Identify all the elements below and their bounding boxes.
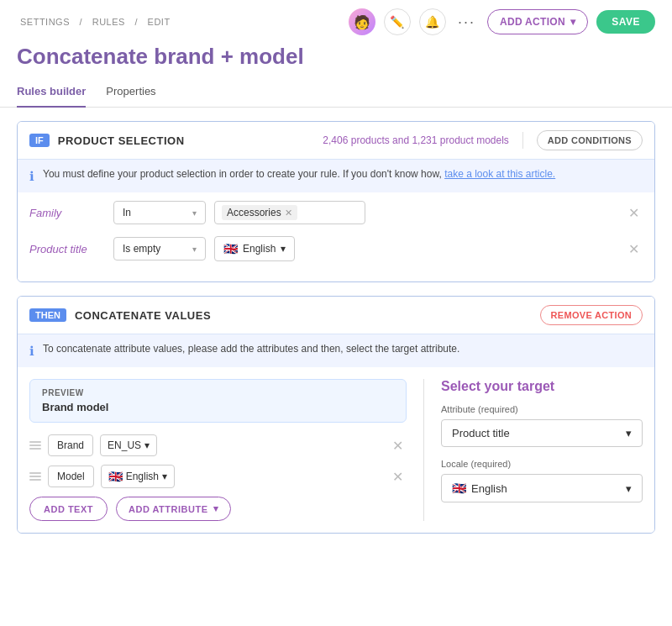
chevron-down-icon: ▾	[626, 427, 632, 439]
brand-locale-select[interactable]: EN_US ▾	[100, 434, 157, 456]
if-section-title: PRODUCT SELECTION	[58, 134, 185, 147]
gb-flag-icon: 🇬🇧	[108, 470, 123, 483]
condition-label-family: Family	[29, 207, 105, 219]
info-link[interactable]: take a look at this article.	[444, 168, 555, 180]
add-attribute-button[interactable]: ADD ATTRIBUTE ▾	[116, 497, 231, 521]
remove-model-attr-icon[interactable]: ✕	[389, 469, 407, 485]
more-menu-button[interactable]: ···	[454, 13, 479, 31]
edit-icon-btn[interactable]: ✏️	[384, 8, 411, 35]
page-title: Concatenate brand + model	[0, 35, 672, 70]
remove-family-condition-icon[interactable]: ✕	[625, 205, 643, 221]
preview-box: PREVIEW Brand model	[29, 379, 407, 423]
condition-row-product-title: Product title Is empty ▾ 🇬🇧 English ▾ ✕	[29, 236, 643, 261]
product-title-locale-select[interactable]: 🇬🇧 English ▾	[214, 236, 295, 261]
gb-flag-icon: 🇬🇧	[223, 242, 238, 255]
attr-row-model: Model 🇬🇧 English ▾ ✕	[29, 465, 407, 488]
bell-icon-btn[interactable]: 🔔	[419, 8, 446, 35]
accessories-tag: Accessories ✕	[222, 205, 297, 220]
model-attr-pill: Model	[48, 466, 94, 487]
top-actions: 🧑 ✏️ 🔔 ··· ADD ACTION ▾ SAVE	[349, 8, 655, 35]
gb-flag-icon: 🇬🇧	[452, 481, 466, 495]
if-badge: IF	[29, 134, 50, 147]
chevron-down-icon: ▾	[213, 503, 219, 514]
remove-product-title-condition-icon[interactable]: ✕	[625, 241, 643, 257]
divider	[522, 132, 523, 149]
target-attribute-select[interactable]: Product title ▾	[441, 419, 643, 447]
conditions-area: Family In ▾ Accessories ✕ ✕ Product titl…	[18, 192, 654, 281]
chevron-down-icon: ▾	[570, 16, 575, 28]
avatar: 🧑	[349, 8, 375, 35]
attr-row-brand: Brand EN_US ▾ ✕	[29, 434, 407, 456]
remove-brand-attr-icon[interactable]: ✕	[389, 438, 407, 454]
chevron-down-icon: ▾	[162, 471, 167, 482]
chevron-down-icon: ▾	[626, 482, 632, 495]
attribute-required-label: Attribute (required)	[441, 404, 643, 414]
then-info-banner: ℹ To concatenate attribute values, pleas…	[18, 334, 654, 367]
then-block: THEN CONCATENATE VALUES REMOVE ACTION ℹ …	[17, 296, 655, 534]
condition-row-family: Family In ▾ Accessories ✕ ✕	[29, 201, 643, 224]
add-text-button[interactable]: ADD TEXT	[29, 497, 108, 521]
drag-handle-brand[interactable]	[29, 441, 41, 450]
product-count: 2,406 products and 1,231 product models	[323, 134, 508, 146]
chevron-down-icon: ▾	[144, 439, 150, 451]
target-locale-select[interactable]: 🇬🇧 English ▾	[441, 474, 643, 502]
drag-handle-model[interactable]	[29, 472, 41, 481]
brand-attr-pill: Brand	[48, 434, 93, 456]
family-tag-input: Accessories ✕	[214, 201, 365, 224]
chevron-down-icon: ▾	[192, 208, 197, 218]
breadcrumb: SETTINGS / RULES / EDIT	[17, 17, 174, 27]
chevron-down-icon: ▾	[281, 243, 286, 255]
chevron-down-icon: ▾	[192, 245, 197, 254]
then-section-title: CONCATENATE VALUES	[75, 309, 211, 322]
remove-action-button[interactable]: REMOVE ACTION	[540, 305, 643, 325]
main-content: IF PRODUCT SELECTION 2,406 products and …	[0, 108, 672, 547]
product-title-operator-select[interactable]: Is empty ▾	[113, 237, 206, 260]
tab-properties[interactable]: Properties	[106, 80, 155, 108]
info-icon: ℹ	[29, 169, 34, 184]
add-action-button[interactable]: ADD ACTION ▾	[487, 9, 588, 34]
target-title: Select your target	[441, 379, 643, 394]
concat-right: Select your target Attribute (required) …	[441, 379, 643, 521]
if-header: IF PRODUCT SELECTION 2,406 products and …	[18, 122, 654, 159]
save-button[interactable]: SAVE	[596, 10, 655, 34]
if-block: IF PRODUCT SELECTION 2,406 products and …	[17, 121, 655, 282]
preview-label: PREVIEW	[42, 388, 394, 397]
model-locale-select[interactable]: 🇬🇧 English ▾	[101, 465, 175, 488]
tabs: Rules builder Properties	[0, 70, 672, 108]
then-header: THEN CONCATENATE VALUES REMOVE ACTION	[18, 297, 654, 334]
then-badge: THEN	[29, 308, 66, 322]
add-conditions-button[interactable]: ADD CONDITIONS	[537, 130, 643, 150]
top-bar: SETTINGS / RULES / EDIT 🧑 ✏️ 🔔 ··· ADD A…	[0, 0, 672, 35]
condition-label-product-title: Product title	[29, 243, 105, 255]
tag-remove-icon[interactable]: ✕	[285, 208, 292, 218]
info-icon: ℹ	[29, 344, 34, 359]
family-operator-select[interactable]: In ▾	[113, 201, 206, 224]
add-buttons: ADD TEXT ADD ATTRIBUTE ▾	[29, 497, 407, 521]
locale-required-label: Locale (required)	[441, 459, 643, 469]
concat-area: PREVIEW Brand model Brand EN_US ▾ ✕	[18, 367, 654, 533]
if-info-banner: ℹ You must define your product selection…	[18, 159, 654, 192]
tab-rules-builder[interactable]: Rules builder	[17, 80, 86, 108]
concat-left: PREVIEW Brand model Brand EN_US ▾ ✕	[29, 379, 424, 521]
preview-value: Brand model	[42, 401, 394, 413]
